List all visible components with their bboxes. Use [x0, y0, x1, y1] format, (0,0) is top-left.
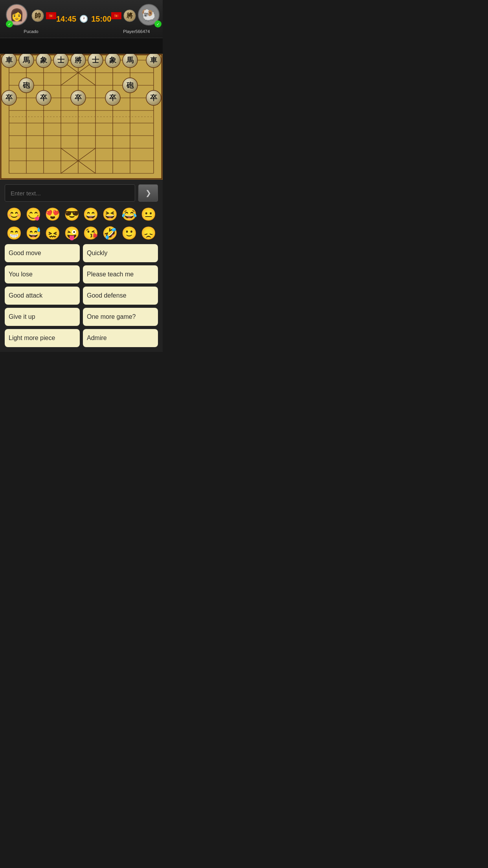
phrase-good-defense[interactable]: Good defense [83, 287, 158, 305]
emoji-btn-0[interactable]: 😊 [5, 206, 24, 222]
svg-text:卒: 卒 [150, 94, 158, 102]
chat-text-input[interactable] [5, 184, 135, 202]
emoji-btn-11[interactable]: 😜 [62, 225, 81, 241]
player-right-avatar-wrapper: 🐏 ✓ [138, 4, 161, 28]
svg-text:車: 車 [6, 56, 13, 64]
player-left-name: Pucado [24, 29, 38, 34]
emoji-btn-13[interactable]: 🤣 [101, 225, 119, 241]
svg-text:車: 車 [150, 56, 158, 64]
chess-board-svg: 車 馬 象 士 將 士 象 馬 車 砲 砲 卒 卒 [0, 54, 163, 180]
emoji-row-1: 😊 😋 😍 😎 😄 😆 😂 😐 [5, 206, 158, 222]
phrase-please-teach-me[interactable]: Please teach me [83, 265, 158, 283]
text-input-row: ❯ [5, 184, 158, 202]
player-left-piece-badge: 帥 [31, 9, 44, 22]
svg-text:士: 士 [92, 56, 99, 64]
game-header: 👩 ✓ 帥 🇻🇳 Pucado 14:45 🕐 15:00 🇻🇳 將 🐏 ✓ [0, 0, 163, 38]
emoji-btn-1[interactable]: 😋 [24, 206, 43, 222]
player-right-piece-badge: 將 [123, 9, 136, 22]
clock-icon: 🕐 [79, 15, 88, 23]
svg-text:卒: 卒 [40, 94, 48, 102]
phrase-admire[interactable]: Admire [83, 329, 158, 347]
emoji-btn-10[interactable]: 😖 [43, 225, 62, 241]
player-left-timer: 14:45 [56, 15, 76, 24]
player-left-online-indicator: ✓ [6, 20, 13, 28]
phrase-give-it-up[interactable]: Give it up [5, 308, 80, 326]
player-left-avatar-wrapper: 👩 ✓ [6, 4, 29, 28]
send-button[interactable]: ❯ [138, 184, 158, 202]
phrase-good-move[interactable]: Good move [5, 244, 80, 262]
player-right-name: Player566474 [123, 29, 150, 34]
player-left-flag: 🇻🇳 [46, 12, 56, 19]
emoji-btn-2[interactable]: 😍 [43, 206, 62, 222]
player-left-badges: 👩 ✓ 帥 🇻🇳 [6, 4, 56, 28]
svg-text:士: 士 [57, 56, 65, 64]
svg-text:砲: 砲 [126, 81, 134, 89]
phrase-good-attack[interactable]: Good attack [5, 287, 80, 305]
phrase-one-more-game[interactable]: One more game? [83, 308, 158, 326]
emoji-btn-5[interactable]: 😆 [101, 206, 119, 222]
timer-row: 14:45 🕐 15:00 [56, 15, 111, 24]
phrases-grid: Good move Quickly You lose Please teach … [5, 244, 158, 347]
emoji-btn-12[interactable]: 😘 [81, 225, 100, 241]
svg-text:卒: 卒 [75, 94, 82, 102]
phrase-light-more-piece[interactable]: Light more piece [5, 329, 80, 347]
svg-text:象: 象 [109, 56, 117, 64]
emoji-btn-3[interactable]: 😎 [62, 206, 81, 222]
player-right-online-indicator: ✓ [154, 20, 161, 28]
emoji-btn-8[interactable]: 😁 [5, 225, 24, 241]
emoji-btn-7[interactable]: 😐 [139, 206, 158, 222]
svg-text:馬: 馬 [22, 56, 30, 64]
player-left-info: 👩 ✓ 帥 🇻🇳 Pucado [6, 4, 56, 34]
emoji-btn-6[interactable]: 😂 [120, 206, 139, 222]
send-icon: ❯ [145, 189, 151, 197]
emoji-btn-4[interactable]: 😄 [81, 206, 100, 222]
emoji-btn-9[interactable]: 😅 [24, 225, 43, 241]
timer-section: 14:45 🕐 15:00 [56, 15, 111, 24]
svg-text:將: 將 [74, 56, 82, 64]
emoji-btn-15[interactable]: 😞 [139, 225, 158, 241]
phrase-quickly[interactable]: Quickly [83, 244, 158, 262]
svg-text:卒: 卒 [109, 94, 117, 102]
emoji-row-2: 😁 😅 😖 😜 😘 🤣 🙂 😞 [5, 225, 158, 241]
chat-section: ❯ 😊 😋 😍 😎 😄 😆 😂 😐 😁 😅 😖 😜 😘 🤣 🙂 😞 Good m… [0, 180, 163, 352]
player-right-info: 🇻🇳 將 🐏 ✓ Player566474 [111, 4, 161, 34]
svg-text:象: 象 [40, 56, 48, 64]
player-right-flag: 🇻🇳 [111, 12, 121, 19]
spacer-top [0, 38, 163, 54]
svg-text:馬: 馬 [126, 56, 134, 64]
svg-text:砲: 砲 [22, 81, 30, 89]
player-right-badges: 🇻🇳 將 🐏 ✓ [111, 4, 161, 28]
chess-board-wrapper[interactable]: 車 馬 象 士 將 士 象 馬 車 砲 砲 卒 卒 [0, 54, 163, 180]
svg-text:卒: 卒 [6, 94, 13, 102]
emoji-btn-14[interactable]: 🙂 [120, 225, 139, 241]
player-right-timer: 15:00 [91, 15, 111, 24]
phrase-you-lose[interactable]: You lose [5, 265, 80, 283]
